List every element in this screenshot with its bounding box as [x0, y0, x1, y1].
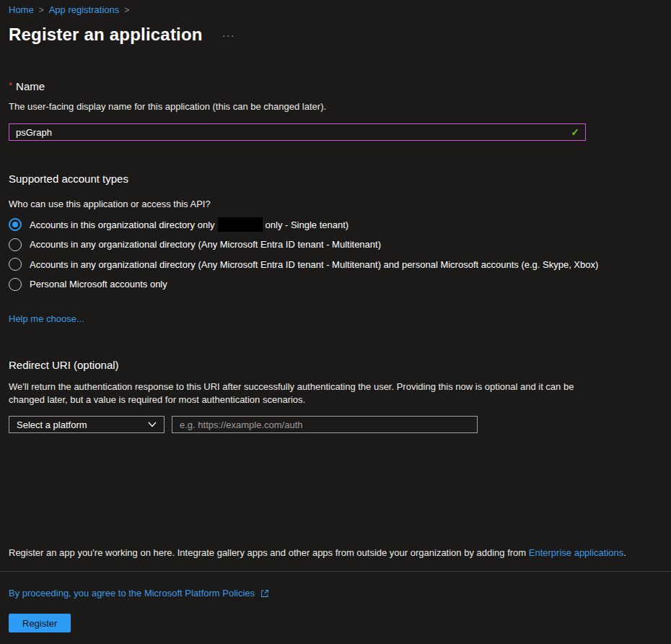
enterprise-note-period: .: [623, 547, 626, 558]
redacted-tenant-name: [218, 217, 263, 232]
register-button[interactable]: Register: [9, 614, 71, 632]
name-input-wrap: ✓: [9, 123, 586, 141]
help-me-choose-link[interactable]: Help me choose...: [9, 313, 84, 325]
radio-option-label: Personal Microsoft accounts only: [30, 278, 167, 292]
enterprise-applications-link[interactable]: Enterprise applications: [529, 547, 624, 558]
radio-option-label: Accounts in this organizational director…: [30, 218, 348, 232]
page-title: Register an application: [9, 24, 203, 45]
supported-account-types-heading: Supported account types: [9, 172, 662, 186]
radio-option-label: Accounts in any organizational directory…: [30, 258, 598, 271]
radio-option-single-tenant[interactable]: Accounts in this organizational director…: [9, 218, 662, 232]
enterprise-note-text: Register an app you're working on here. …: [9, 547, 529, 558]
register-application-page: Home > App registrations > Register an a…: [0, 0, 671, 644]
name-label-text: Name: [16, 80, 45, 92]
required-asterisk: *: [9, 80, 12, 91]
valid-checkmark-icon: ✓: [571, 126, 579, 138]
breadcrumb-separator-icon: >: [39, 4, 44, 16]
breadcrumb-home-link[interactable]: Home: [9, 4, 34, 16]
name-field-label: *Name: [9, 79, 662, 94]
radio-option-multitenant[interactable]: Accounts in any organizational directory…: [9, 238, 662, 252]
title-row: Register an application ···: [9, 24, 662, 45]
breadcrumb-separator-icon: >: [124, 4, 129, 16]
overflow-menu-icon[interactable]: ···: [222, 29, 235, 41]
radio-option-personal-only[interactable]: Personal Microsoft accounts only: [9, 278, 662, 292]
radio-unselected-icon[interactable]: [9, 278, 22, 291]
name-field-description: The user-facing display name for this ap…: [9, 101, 662, 113]
policy-row: By proceeding, you agree to the Microsof…: [9, 588, 662, 599]
radio-option-multitenant-personal[interactable]: Accounts in any organizational directory…: [9, 258, 662, 271]
radio-selected-icon[interactable]: [9, 218, 22, 231]
enterprise-apps-note: Register an app you're working on here. …: [9, 547, 662, 559]
radio-unselected-icon[interactable]: [9, 258, 22, 271]
name-input[interactable]: [9, 123, 586, 141]
chevron-down-icon: [148, 422, 157, 427]
redirect-uri-input[interactable]: [172, 416, 478, 433]
divider: [0, 571, 671, 572]
redirect-uri-heading: Redirect URI (optional): [9, 358, 662, 373]
radio-option-label: Accounts in any organizational directory…: [30, 238, 381, 252]
account-type-radio-group: Accounts in this organizational director…: [9, 218, 662, 291]
redirect-uri-controls: Select a platform: [9, 416, 662, 433]
radio-unselected-icon[interactable]: [9, 238, 22, 251]
platform-policies-link[interactable]: By proceeding, you agree to the Microsof…: [9, 588, 255, 599]
account-types-question: Who can use this application or access t…: [9, 199, 662, 210]
redirect-uri-description: We'll return the authentication response…: [9, 380, 591, 406]
breadcrumb-app-registrations-link[interactable]: App registrations: [49, 4, 120, 16]
external-link-icon[interactable]: [260, 588, 270, 599]
platform-select-value: Select a platform: [17, 419, 87, 430]
breadcrumb: Home > App registrations >: [9, 4, 662, 16]
platform-select[interactable]: Select a platform: [9, 416, 165, 433]
